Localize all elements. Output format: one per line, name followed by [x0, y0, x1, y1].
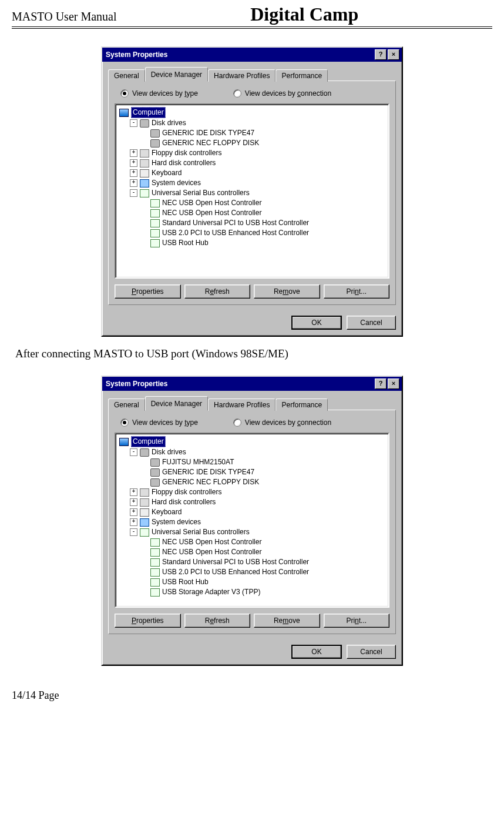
titlebar[interactable]: System Properties ? ×	[102, 48, 402, 62]
tree-root[interactable]: Computer	[119, 436, 387, 447]
radio-view-by-connection[interactable]: View devices by connection	[233, 418, 331, 427]
ok-button[interactable]: OK	[291, 316, 342, 330]
collapse-icon[interactable]: -	[130, 448, 137, 456]
tree-node[interactable]: +Hard disk controllers	[119, 497, 387, 507]
tree-leaf[interactable]: USB 2.0 PCI to USB Enhanced Host Control…	[119, 228, 387, 238]
tab-performance[interactable]: Performance	[275, 69, 328, 82]
close-icon[interactable]: ×	[388, 49, 399, 60]
radio-dot-icon	[120, 89, 129, 98]
tree-node[interactable]: +Floppy disk controllers	[119, 487, 387, 497]
system-properties-dialog-before: System Properties ? × General Device Man…	[101, 46, 403, 337]
properties-button[interactable]: Properties	[115, 614, 181, 628]
tree-node[interactable]: +Hard disk controllers	[119, 158, 387, 168]
expand-icon[interactable]: +	[130, 518, 137, 526]
tree-leaf[interactable]: GENERIC IDE DISK TYPE47	[119, 467, 387, 477]
remove-button[interactable]: Remove	[254, 284, 320, 299]
radio-view-by-type[interactable]: View devices by type	[120, 89, 198, 98]
tree-leaf[interactable]: GENERIC NEC FLOPPY DISK	[119, 138, 387, 148]
usb-icon	[150, 548, 160, 557]
window-title: System Properties	[106, 51, 374, 59]
usb-icon	[150, 538, 160, 547]
radio-dot-icon	[233, 89, 241, 98]
drive-icon	[150, 129, 160, 138]
drive-icon	[150, 458, 160, 467]
tree-leaf[interactable]: NEC USB Open Host Controller	[119, 208, 387, 218]
expand-icon[interactable]: +	[130, 169, 137, 177]
tree-leaf[interactable]: FUJITSU MHM2150AT	[119, 457, 387, 467]
usb-icon	[150, 558, 160, 567]
tree-node[interactable]: -Disk drives	[119, 447, 387, 457]
tree-leaf[interactable]: GENERIC IDE DISK TYPE47	[119, 128, 387, 138]
tab-hardware-profiles[interactable]: Hardware Profiles	[208, 69, 275, 82]
tree-leaf[interactable]: NEC USB Open Host Controller	[119, 198, 387, 208]
tree-node[interactable]: -Disk drives	[119, 118, 387, 128]
expand-icon[interactable]: +	[130, 488, 137, 496]
keyboard-icon	[140, 169, 149, 177]
print-button[interactable]: Print...	[324, 614, 390, 628]
radio-view-by-connection[interactable]: View devices by connection	[233, 89, 331, 98]
tree-node[interactable]: +System devices	[119, 178, 387, 188]
refresh-button[interactable]: Refresh	[184, 614, 251, 628]
tree-leaf[interactable]: USB Root Hub	[119, 577, 387, 587]
cancel-button[interactable]: Cancel	[347, 645, 396, 659]
usb-icon	[150, 219, 160, 227]
tab-device-manager[interactable]: Device Manager	[145, 67, 208, 82]
expand-icon[interactable]: +	[130, 179, 137, 187]
collapse-icon[interactable]: -	[130, 189, 137, 197]
tab-device-manager[interactable]: Device Manager	[145, 396, 208, 411]
radio-view-by-type[interactable]: View devices by type	[120, 418, 198, 427]
tab-general[interactable]: General	[108, 69, 145, 82]
properties-button[interactable]: Properties	[115, 284, 181, 299]
usb-icon	[140, 189, 149, 197]
tree-node[interactable]: +Floppy disk controllers	[119, 148, 387, 158]
collapse-icon[interactable]: -	[130, 528, 137, 536]
drive-icon	[150, 468, 160, 477]
tab-performance[interactable]: Performance	[275, 398, 328, 411]
tree-node[interactable]: +Keyboard	[119, 507, 387, 517]
tree-root[interactable]: Computer	[119, 107, 387, 118]
computer-icon	[119, 438, 129, 446]
expand-icon[interactable]: +	[130, 498, 137, 506]
print-button[interactable]: Print...	[324, 284, 390, 299]
document-header: MASTO User Manual Digital Camp	[12, 0, 492, 29]
ok-button[interactable]: OK	[291, 645, 342, 659]
expand-icon[interactable]: +	[130, 508, 137, 516]
tree-leaf[interactable]: USB Storage Adapter V3 (TPP)	[119, 587, 387, 597]
device-tree[interactable]: Computer -Disk drives GENERIC IDE DISK T…	[115, 103, 389, 279]
tree-node[interactable]: +System devices	[119, 517, 387, 527]
controller-icon	[140, 498, 149, 507]
close-icon[interactable]: ×	[388, 378, 399, 389]
usb-icon	[150, 199, 160, 207]
tab-strip: General Device Manager Hardware Profiles…	[108, 396, 396, 410]
cancel-button[interactable]: Cancel	[347, 316, 396, 330]
page-footer: 14/14 Page	[12, 689, 492, 702]
computer-icon	[119, 109, 129, 117]
expand-icon[interactable]: +	[130, 149, 137, 157]
tree-node[interactable]: -Universal Serial Bus controllers	[119, 188, 387, 198]
titlebar[interactable]: System Properties ? ×	[102, 377, 402, 391]
tree-leaf[interactable]: Standard Universal PCI to USB Host Contr…	[119, 218, 387, 228]
device-tree[interactable]: Computer -Disk drives FUJITSU MHM2150AT …	[115, 433, 389, 608]
tree-leaf[interactable]: Standard Universal PCI to USB Host Contr…	[119, 557, 387, 567]
help-icon[interactable]: ?	[375, 378, 387, 389]
tree-leaf[interactable]: NEC USB Open Host Controller	[119, 537, 387, 547]
collapse-icon[interactable]: -	[130, 119, 137, 127]
help-icon[interactable]: ?	[375, 49, 387, 60]
system-properties-dialog-after: System Properties ? × General Device Man…	[101, 376, 403, 666]
tab-hardware-profiles[interactable]: Hardware Profiles	[208, 398, 275, 411]
usb-icon	[150, 229, 160, 237]
controller-icon	[140, 488, 149, 497]
tree-leaf[interactable]: GENERIC NEC FLOPPY DISK	[119, 477, 387, 487]
remove-button[interactable]: Remove	[254, 614, 320, 628]
tree-leaf[interactable]: NEC USB Open Host Controller	[119, 547, 387, 557]
tree-node[interactable]: -Universal Serial Bus controllers	[119, 527, 387, 537]
usb-icon	[150, 209, 160, 217]
refresh-button[interactable]: Refresh	[184, 284, 251, 299]
tree-leaf[interactable]: USB Root Hub	[119, 238, 387, 248]
radio-dot-icon	[233, 418, 241, 427]
tab-general[interactable]: General	[108, 398, 145, 411]
tree-node[interactable]: +Keyboard	[119, 168, 387, 178]
window-title: System Properties	[106, 380, 374, 388]
expand-icon[interactable]: +	[130, 159, 137, 167]
tree-leaf[interactable]: USB 2.0 PCI to USB Enhanced Host Control…	[119, 567, 387, 577]
